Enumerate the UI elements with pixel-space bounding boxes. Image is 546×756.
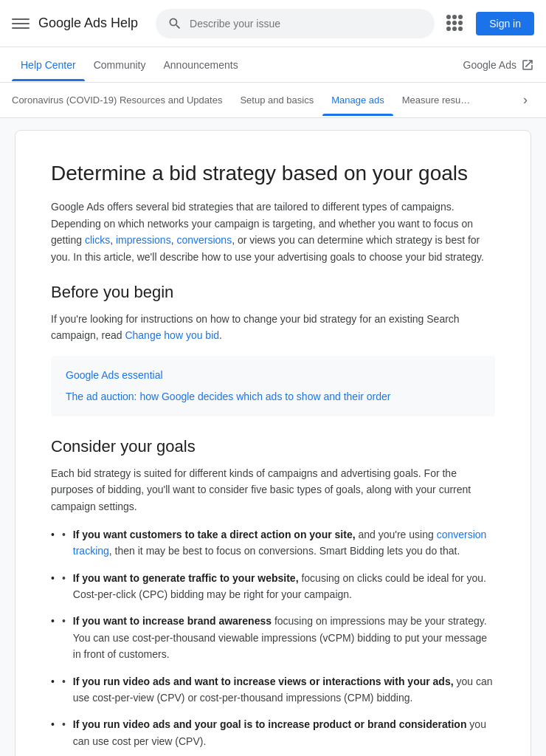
bullet-bold: If you run video ads and want to increas…: [73, 676, 454, 687]
consider-goals-intro: Each bid strategy is suited for differen…: [51, 465, 495, 515]
secondary-nav: Coronavirus (COVID-19) Resources and Upd…: [0, 83, 546, 118]
list-item: • If you want customers to take a direct…: [51, 526, 495, 560]
secondary-tab-measure[interactable]: Measure resu…: [393, 84, 479, 116]
article-intro: Google Ads offers several bid strategies…: [51, 199, 495, 265]
hamburger-menu-icon[interactable]: [12, 15, 30, 32]
list-item: • If you run video ads and want to incre…: [51, 673, 495, 707]
search-input[interactable]: [190, 18, 423, 30]
bullet-marker: •: [62, 526, 66, 543]
bullet-bold: If you want customers to take a direct a…: [73, 529, 356, 540]
ad-auction-link[interactable]: The ad auction: how Google decides which…: [66, 389, 480, 405]
bullet-marker: •: [62, 570, 66, 586]
external-link-icon: [521, 58, 534, 72]
change-how-you-bid-link[interactable]: Change how you bid: [125, 329, 219, 341]
google-ads-link-text: Google Ads: [463, 59, 516, 71]
info-box: Google Ads essential The ad auction: how…: [51, 356, 495, 416]
list-item: • If you run video ads and your goal is …: [51, 716, 495, 749]
list-item: • If you want to generate traffic to you…: [51, 570, 495, 603]
consider-goals-title: Consider your goals: [51, 437, 495, 456]
main-content: Determine a bid strategy based on your g…: [0, 118, 546, 756]
secondary-tab-setup[interactable]: Setup and basics: [231, 84, 322, 116]
secondary-tab-manage[interactable]: Manage ads: [322, 84, 393, 116]
secondary-tab-covid[interactable]: Coronavirus (COVID-19) Resources and Upd…: [12, 84, 231, 116]
bullet-marker: •: [62, 716, 66, 732]
search-bar[interactable]: [156, 9, 435, 38]
bullet-bold: If you run video ads and your goal is to…: [73, 718, 467, 730]
logo-text: Google Ads Help: [38, 16, 138, 31]
sign-in-button[interactable]: Sign in: [476, 12, 534, 35]
conversions-link[interactable]: conversions: [176, 234, 232, 246]
primary-nav: Help Center Community Announcements Goog…: [0, 47, 546, 83]
impressions-link[interactable]: impressions: [116, 234, 171, 246]
bullet-marker: •: [62, 613, 66, 629]
google-ads-link[interactable]: Google Ads: [463, 58, 534, 72]
google-ads-essential-link[interactable]: Google Ads essential: [66, 368, 480, 383]
tab-announcements[interactable]: Announcements: [155, 49, 247, 81]
article-card: Determine a bid strategy based on your g…: [15, 130, 531, 756]
bullet-bold: If you want to increase brand awareness: [73, 615, 272, 627]
article-title: Determine a bid strategy based on your g…: [51, 160, 495, 187]
tab-community[interactable]: Community: [85, 49, 155, 81]
tab-help-center[interactable]: Help Center: [12, 49, 85, 81]
apps-grid-icon[interactable]: [446, 15, 464, 32]
before-you-begin-title: Before you begin: [51, 283, 495, 302]
header: Google Ads Help Sign in: [0, 0, 546, 47]
goals-bullet-list: • If you want customers to take a direct…: [51, 526, 495, 749]
consider-goals-section: Consider your goals Each bid strategy is…: [51, 437, 495, 749]
secondary-nav-arrow-icon[interactable]: ›: [516, 92, 534, 109]
bullet-marker: •: [62, 673, 66, 690]
list-item: • If you want to increase brand awarenes…: [51, 613, 495, 662]
before-you-begin-text: If you're looking for instructions on ho…: [51, 311, 495, 344]
search-icon: [167, 16, 182, 31]
bullet-bold: If you want to generate traffic to your …: [73, 572, 299, 584]
clicks-link[interactable]: clicks: [85, 234, 110, 246]
